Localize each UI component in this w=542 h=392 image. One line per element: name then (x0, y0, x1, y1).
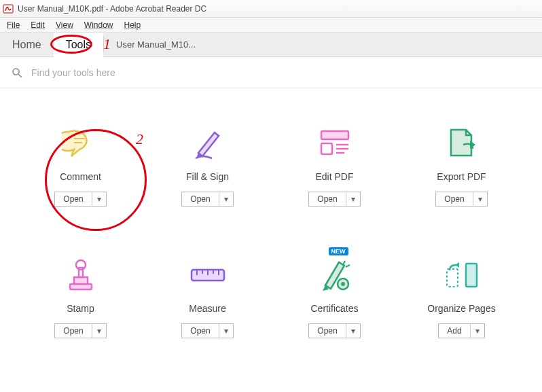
tool-add-button[interactable]: Add ▾ (438, 323, 484, 338)
tabbar: Home Tools User Manual_M10... (0, 33, 542, 57)
svg-line-2 (18, 74, 22, 77)
tab-tools[interactable]: Tools (54, 33, 103, 56)
menu-help[interactable]: Help (119, 19, 147, 31)
tool-open-button[interactable]: Open ▾ (181, 192, 233, 207)
tool-label: Stamp (67, 303, 94, 314)
menu-edit[interactable]: Edit (25, 19, 50, 31)
tool-export-pdf[interactable]: Export PDF Open ▾ (401, 122, 522, 207)
svg-point-21 (341, 282, 345, 286)
tool-comment[interactable]: Comment Open ▾ (20, 122, 141, 207)
tool-open-button[interactable]: Open ▾ (435, 192, 487, 207)
tool-label: Comment (60, 171, 101, 182)
tool-fill-sign[interactable]: Fill & Sign Open ▾ (147, 122, 268, 207)
tool-stamp[interactable]: Stamp Open ▾ (20, 254, 141, 338)
tool-label: Organize Pages (427, 303, 495, 314)
acrobat-icon (3, 3, 14, 14)
chevron-down-icon[interactable]: ▾ (219, 192, 233, 206)
tool-label: Certificates (310, 303, 358, 314)
chevron-down-icon[interactable]: ▾ (346, 192, 360, 206)
tool-label: Edit PDF (315, 171, 353, 182)
new-badge: NEW (329, 247, 348, 255)
svg-rect-11 (74, 277, 88, 284)
tab-home[interactable]: Home (0, 33, 54, 56)
export-pdf-icon (443, 122, 481, 164)
tool-open-button[interactable]: Open ▾ (54, 192, 106, 207)
menu-file[interactable]: File (1, 19, 25, 31)
tools-searchbar (0, 57, 542, 88)
tab-document[interactable]: User Manual_M10... (104, 33, 208, 56)
edit-pdf-icon (316, 122, 354, 164)
tool-open-button[interactable]: Open ▾ (308, 192, 360, 207)
tool-open-button[interactable]: Open ▾ (181, 323, 233, 338)
stamp-icon (62, 254, 100, 296)
chevron-down-icon[interactable]: ▾ (219, 324, 233, 338)
menu-window[interactable]: Window (79, 19, 119, 31)
svg-rect-23 (447, 269, 458, 287)
svg-rect-22 (466, 264, 477, 287)
menubar: File Edit View Window Help (0, 18, 542, 33)
tools-grid: Comment Open ▾ Fill & Sign Open ▾ (0, 88, 542, 338)
tool-edit-pdf[interactable]: Edit PDF Open ▾ (274, 122, 395, 207)
tool-open-button[interactable]: Open ▾ (308, 323, 360, 338)
pen-icon (189, 122, 227, 164)
search-icon (11, 67, 23, 79)
tool-open-button[interactable]: Open ▾ (54, 323, 106, 338)
search-input[interactable] (31, 67, 531, 78)
chevron-down-icon[interactable]: ▾ (473, 192, 487, 206)
chevron-down-icon[interactable]: ▾ (92, 192, 106, 206)
tool-measure[interactable]: Measure Open ▾ (147, 254, 268, 338)
svg-rect-6 (321, 143, 332, 154)
chevron-down-icon[interactable]: ▾ (471, 324, 484, 338)
certificates-icon: NEW (316, 254, 354, 296)
svg-rect-5 (321, 131, 348, 139)
tool-organize-pages[interactable]: Organize Pages Add ▾ (401, 254, 522, 338)
organize-pages-icon (441, 254, 482, 296)
chevron-down-icon[interactable]: ▾ (346, 324, 360, 338)
chevron-down-icon[interactable]: ▾ (92, 324, 106, 338)
tool-label: Measure (189, 303, 225, 314)
tool-label: Export PDF (437, 171, 486, 182)
comment-icon (62, 122, 100, 164)
menu-view[interactable]: View (50, 19, 79, 31)
ruler-icon (187, 254, 228, 296)
tool-label: Fill & Sign (186, 171, 229, 182)
window-title: User Manual_M10K.pdf - Adobe Acrobat Rea… (18, 4, 206, 14)
window-titlebar: User Manual_M10K.pdf - Adobe Acrobat Rea… (0, 0, 542, 18)
tool-certificates[interactable]: NEW Certificates Open ▾ (274, 254, 395, 338)
svg-point-1 (13, 69, 19, 75)
